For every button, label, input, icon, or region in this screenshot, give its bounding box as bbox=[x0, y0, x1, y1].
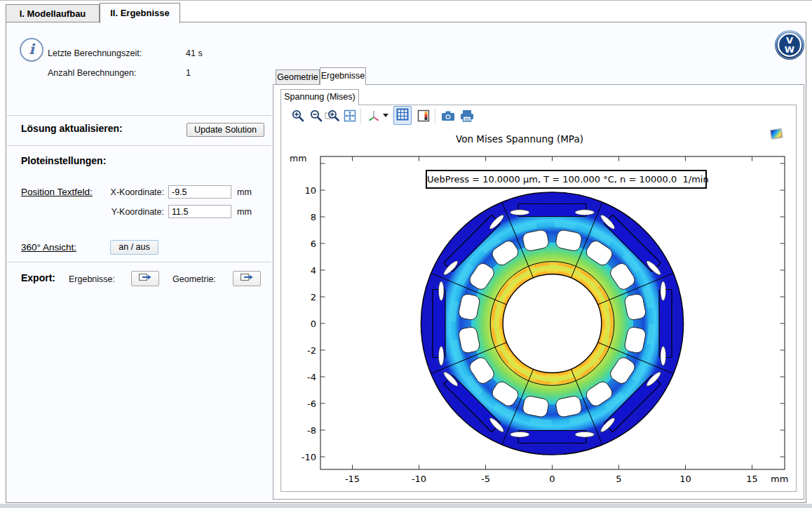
x-tick-label: 10 bbox=[679, 474, 691, 484]
y-tick-label: -2 bbox=[307, 345, 316, 356]
computation-count-value: 1 bbox=[186, 68, 191, 78]
svg-text:W: W bbox=[785, 44, 794, 55]
y-tick-label: -10 bbox=[302, 452, 316, 462]
window-bottom-edge bbox=[0, 504, 812, 508]
x-tick-label: -15 bbox=[345, 474, 360, 484]
export-geometry-label: Geometrie: bbox=[172, 274, 216, 284]
toggle-360-button[interactable]: an / aus bbox=[110, 240, 158, 255]
plot-annotation-box: UebPress = 10.0000 μm, T = 100.000 °C, n… bbox=[426, 170, 707, 189]
zoom-extents-icon[interactable] bbox=[342, 108, 358, 123]
zoom-in-icon[interactable] bbox=[290, 108, 306, 123]
zoom-box-icon[interactable] bbox=[325, 108, 340, 123]
toolbar-separator bbox=[435, 108, 435, 123]
vw-logo: V W bbox=[774, 29, 805, 63]
viewer-tab-geometrie[interactable]: Geometrie bbox=[276, 69, 320, 85]
rotor-cross-section bbox=[421, 192, 683, 455]
color-legend-icon[interactable] bbox=[416, 108, 431, 123]
position-textfield-label: Position Textfeld: bbox=[21, 187, 93, 197]
y-tick-label: 8 bbox=[311, 212, 316, 222]
x-unit-label: mm bbox=[237, 187, 252, 197]
export-results-button[interactable] bbox=[131, 271, 159, 286]
plot-thumbnail-icon[interactable] bbox=[769, 128, 785, 141]
x-tick-label: -5 bbox=[481, 474, 490, 484]
update-solution-button[interactable]: Update Solution bbox=[187, 123, 264, 137]
y-tick-label: -4 bbox=[307, 372, 316, 382]
export-heading: Export: bbox=[21, 272, 55, 283]
grid-toggle-button[interactable] bbox=[393, 106, 412, 125]
grid-icon bbox=[396, 108, 409, 123]
y-tick-label: 6 bbox=[311, 239, 316, 249]
last-computation-label: Letzte Berechnungszeit: bbox=[48, 48, 142, 58]
x-tick-label: -10 bbox=[412, 474, 426, 484]
y-tick-label: 0 bbox=[311, 319, 316, 329]
print-icon[interactable] bbox=[459, 108, 475, 123]
y-tick-label: 4 bbox=[311, 265, 316, 276]
export-icon bbox=[240, 272, 254, 285]
info-icon: i bbox=[20, 38, 43, 62]
plot-title: Von Mises Spannung (MPa) bbox=[379, 133, 660, 145]
x-coordinate-label: X-Koordinate: bbox=[100, 187, 164, 197]
zoom-out-icon[interactable] bbox=[309, 108, 324, 123]
default-view-icon[interactable] bbox=[366, 108, 381, 123]
plot-thumbnail-sheet bbox=[770, 128, 783, 139]
export-icon bbox=[138, 272, 152, 285]
snapshot-camera-icon[interactable] bbox=[440, 108, 456, 123]
y-tick-label: 10 bbox=[304, 185, 316, 196]
viewer-tab-ergebnisse[interactable]: Ergebnisse bbox=[320, 67, 366, 85]
computation-count-label: Anzahl Berechnungen: bbox=[48, 68, 136, 78]
y-coordinate-input[interactable] bbox=[168, 205, 231, 218]
last-computation-value: 41 s bbox=[186, 48, 203, 58]
x-tick-label: 0 bbox=[549, 474, 555, 484]
y-tick-label: -8 bbox=[307, 425, 316, 436]
x-axis-unit: mm bbox=[771, 474, 788, 484]
divider bbox=[7, 262, 271, 262]
x-tick-label: 15 bbox=[746, 474, 758, 484]
y-coordinate-label: Y-Koordinate: bbox=[100, 207, 164, 217]
divider bbox=[7, 115, 271, 116]
divider bbox=[7, 145, 271, 146]
toolbar-separator bbox=[360, 108, 361, 123]
update-solution-heading: Lösung aktualisieren: bbox=[21, 123, 123, 134]
plot-settings-heading: Ploteinstellungen: bbox=[21, 155, 106, 166]
plot-tab-spannung-mises[interactable]: Spannung (Mises) bbox=[280, 89, 359, 105]
export-results-label: Ergebnisse: bbox=[69, 274, 115, 284]
y-tick-label: -6 bbox=[307, 399, 316, 409]
y-tick-label: 2 bbox=[311, 292, 316, 302]
y-unit-label: mm bbox=[237, 207, 252, 217]
view-360-label: 360° Ansicht: bbox=[21, 242, 76, 253]
y-axis-unit: mm bbox=[290, 153, 306, 163]
plot-canvas[interactable]: -15-10-50510151086420-2-4-6-8-10mmmm bbox=[284, 145, 799, 495]
x-tick-label: 5 bbox=[616, 474, 621, 484]
tab-modellaufbau[interactable]: I. Modellaufbau bbox=[6, 4, 100, 22]
chevron-down-icon[interactable] bbox=[383, 114, 388, 117]
tab-ergebnisse[interactable]: II. Ergebnisse bbox=[100, 3, 180, 23]
x-coordinate-input[interactable] bbox=[168, 185, 231, 199]
export-geometry-button[interactable] bbox=[233, 271, 261, 286]
